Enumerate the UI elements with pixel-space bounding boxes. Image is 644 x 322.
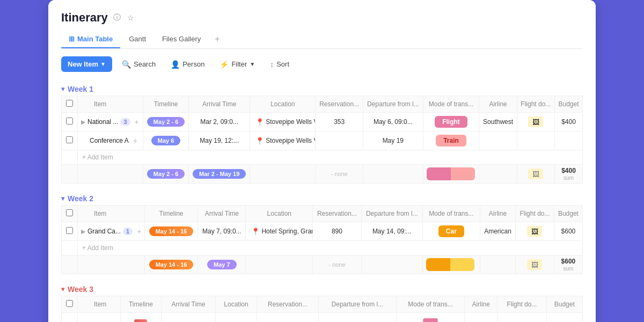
tab-add-button[interactable]: + <box>209 30 225 48</box>
departure-conference: May 19 <box>363 131 423 150</box>
col-location-1: Location <box>250 96 316 113</box>
star-icon[interactable]: ☆ <box>126 12 135 23</box>
item-name-national: National ... <box>87 118 118 126</box>
table-row: ▶ Grand Ca... 1 + May 14 - 16 May 7, 09:… <box>62 222 583 241</box>
expand-grand[interactable]: ▶ <box>81 228 85 235</box>
col-mode-1: Mode of trans... <box>423 96 479 113</box>
search-button[interactable]: 🔍 Search <box>116 57 161 72</box>
add-subitem-conference[interactable]: + <box>131 136 140 145</box>
week-3-chevron[interactable]: ▾ <box>61 286 64 293</box>
tab-gantt[interactable]: Gantt <box>121 31 153 48</box>
col-arrival-1: Arrival Time <box>189 96 250 113</box>
w3-departure <box>319 313 397 323</box>
summary-arrival-pill-1: Mar 2 - May 19 <box>193 169 246 179</box>
tab-files-gallery[interactable]: Files Gallery <box>155 31 208 48</box>
week-2-chevron[interactable]: ▾ <box>61 195 64 202</box>
flightdoc-img-grand[interactable]: 🖼 <box>527 226 542 237</box>
col-item-2: Item <box>78 206 145 222</box>
w3-mode <box>396 313 464 323</box>
filter-button[interactable]: ⚡ Filter ▼ <box>214 57 260 72</box>
week-1-header: ▾ Week 1 <box>61 82 583 96</box>
expand-national[interactable]: ▶ <box>81 119 85 126</box>
summary-check-2 <box>62 255 78 274</box>
summary-departure-1 <box>363 165 423 184</box>
add-item-row-2[interactable]: + Add Item <box>62 241 583 255</box>
col-reservation-2: Reservation... <box>313 206 362 222</box>
info-icon[interactable]: ⓘ <box>112 12 122 24</box>
search-icon: 🔍 <box>122 60 131 69</box>
tab-main-table[interactable]: ⊞ Main Table <box>61 31 120 48</box>
sort-button[interactable]: ↕ Sort <box>265 57 295 72</box>
col-mode-3: Mode of trans... <box>396 296 464 313</box>
mode-badge-conference: Train <box>436 135 466 147</box>
col-location-2: Location <box>246 206 313 222</box>
add-item-label-2[interactable]: + Add Item <box>78 241 583 255</box>
location-pin-national: 📍 <box>255 118 264 126</box>
budget-national: $400 <box>554 113 582 131</box>
col-arrival-3: Arrival Time <box>162 296 216 313</box>
select-all-2[interactable] <box>66 209 73 216</box>
col-timeline-2: Timeline <box>144 206 198 222</box>
w3-reservation <box>257 313 319 323</box>
col-location-3: Location <box>215 296 257 313</box>
summary-timeline-pill-2: May 14 - 16 <box>149 260 194 269</box>
add-item-row-1[interactable]: + Add Item <box>62 150 583 165</box>
bar-car <box>426 258 450 271</box>
location-conference: 📍 Stovepipe Wells Vill... <box>250 131 316 150</box>
new-item-button[interactable]: New Item ▼ <box>61 56 112 72</box>
reservation-conference <box>316 131 363 150</box>
mode-national: Flight <box>423 113 479 131</box>
week-2-table: Item Timeline Arrival Time Location Rese… <box>61 205 583 274</box>
location-grand: 📍 Hotel Spring, Grand ... <box>246 222 313 241</box>
caret-icon: ▼ <box>100 61 106 67</box>
bar-other <box>450 258 474 271</box>
week-2-section: ▾ Week 2 Item Timeline Arrival Time Loca… <box>61 191 583 274</box>
flightdoc-img-national[interactable]: 🖼 <box>528 116 543 127</box>
summary-timeline-1: May 2 - 6 <box>143 165 189 184</box>
summary-arrival-2: May 7 <box>198 255 246 274</box>
row-check-2[interactable] <box>62 131 78 150</box>
flightdoc-conference <box>517 131 554 150</box>
week-3-header: ▾ Week 3 <box>61 282 583 296</box>
summary-arrival-pill-2: May 7 <box>207 260 237 269</box>
col-departure-2: Departure from l... <box>361 206 422 222</box>
week-2-header-row: Item Timeline Arrival Time Location Rese… <box>62 206 583 222</box>
summary-flightdoc-img-1[interactable]: 🖼 <box>528 169 543 179</box>
row-check-grand[interactable] <box>62 222 78 241</box>
select-all-3[interactable] <box>66 300 73 307</box>
timeline-grand: May 14 - 16 <box>144 222 198 241</box>
summary-row-1: May 2 - 6 Mar 2 - May 19 - none <box>62 165 583 184</box>
arrival-grand: May 7, 09:0... <box>198 222 246 241</box>
col-budget-2: Budget <box>554 206 582 222</box>
item-name-conference: Conference A <box>90 137 129 144</box>
summary-departure-2 <box>361 255 422 274</box>
col-departure-1: Departure from l... <box>363 96 423 113</box>
col-airline-3: Airline <box>465 296 497 313</box>
arrival-national: Mar 2, 09:0... <box>189 113 250 131</box>
week-2-header: ▾ Week 2 <box>61 191 583 205</box>
row-check-1[interactable] <box>62 113 78 131</box>
add-subitem-national[interactable]: + <box>133 118 141 126</box>
week-1-chevron[interactable]: ▾ <box>61 85 64 93</box>
summary-budget-2: $600 sum <box>554 255 582 274</box>
item-count-national: 3 <box>120 118 130 126</box>
w3-mode-badge <box>423 318 438 323</box>
person-button[interactable]: 👤 Person <box>165 57 210 72</box>
summary-item-1 <box>78 165 143 184</box>
item-count-grand: 1 <box>123 228 133 235</box>
week-3-table: Item Timeline Arrival Time Location Rese… <box>61 296 583 322</box>
reservation-national: 353 <box>316 113 363 131</box>
summary-flightdoc-img-2[interactable]: 🖼 <box>527 259 542 270</box>
add-item-check <box>62 150 78 165</box>
add-subitem-grand[interactable]: + <box>135 227 143 236</box>
select-all-1[interactable] <box>66 100 73 107</box>
add-item-label-1[interactable]: + Add Item <box>78 150 583 165</box>
filter-icon: ⚡ <box>219 60 229 69</box>
week-1-header-row: Item Timeline Arrival Time Location Rese… <box>62 96 583 113</box>
w3-flightdoc <box>497 313 546 323</box>
filter-caret: ▼ <box>250 61 255 67</box>
summary-timeline-2: May 14 - 16 <box>144 255 198 274</box>
col-item-1: Item <box>78 96 143 113</box>
col-timeline-3: Timeline <box>120 296 161 313</box>
summary-mode-2 <box>422 255 480 274</box>
